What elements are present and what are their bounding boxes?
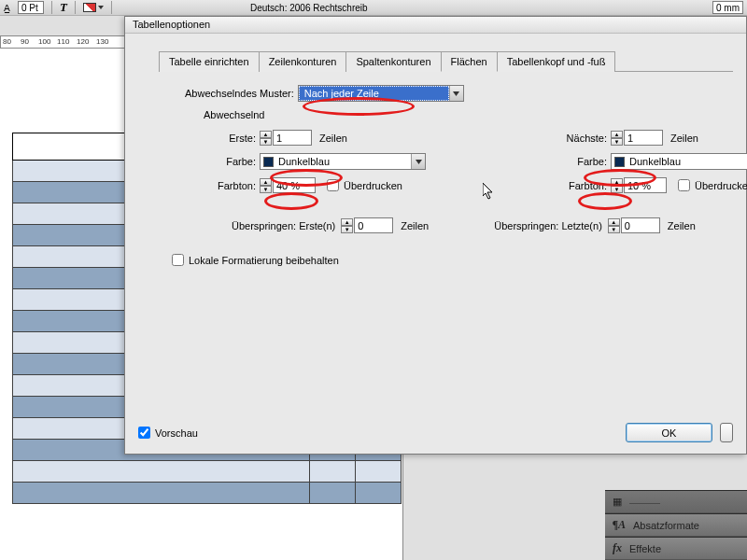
- table-row: [13, 461, 402, 483]
- dialog-title: Tabellenoptionen: [125, 17, 746, 34]
- erste-input[interactable]: [273, 130, 312, 146]
- farbe-dropdown-right[interactable]: Dunkelblau: [611, 153, 747, 170]
- skip-first-spinner[interactable]: ▲▼: [341, 218, 353, 233]
- farbton-spinner-left[interactable]: ▲▼: [260, 178, 272, 193]
- erste-label: Erste:: [159, 133, 260, 144]
- naechste-unit: Zeilen: [670, 133, 698, 144]
- cursor-icon: [483, 183, 496, 202]
- panel-absatzformate[interactable]: ¶AAbsatzformate: [605, 513, 747, 537]
- panel-item[interactable]: ▦―――: [605, 490, 747, 513]
- naechste-spinner[interactable]: ▲▼: [611, 131, 623, 146]
- svg-marker-0: [453, 91, 459, 96]
- tab-einrichten[interactable]: Tabelle einrichten: [159, 51, 260, 72]
- skip-first-unit: Zeilen: [401, 220, 429, 231]
- tab-kopf-fuss[interactable]: Tabellenkopf und -fuß: [497, 51, 616, 72]
- muster-label: Abwechselndes Muster:: [185, 88, 298, 99]
- farbe-label-left: Farbe:: [159, 156, 260, 167]
- app-toolbar: A̲ 0 Pt T Deutsch: 2006 Rechtschreib 0 m…: [0, 0, 747, 16]
- pt-field[interactable]: 0 Pt: [18, 1, 44, 14]
- svg-marker-3: [483, 183, 492, 199]
- erste-spinner[interactable]: ▲▼: [260, 131, 272, 146]
- ueberdrucken-left[interactable]: Überdrucken: [327, 179, 402, 191]
- skip-first-input[interactable]: [354, 217, 393, 233]
- tab-flaechen[interactable]: Flächen: [441, 51, 498, 72]
- skip-first-label: Überspringen: Erste(n): [232, 220, 335, 231]
- ueberdrucken-right[interactable]: Überdrucken: [678, 179, 747, 191]
- tab-zeilenkonturen[interactable]: Zeilenkonturen: [259, 51, 347, 72]
- chevron-down-icon: [449, 86, 463, 101]
- panel-effekte[interactable]: fxEffekte: [605, 537, 747, 560]
- color-swatch-icon: [263, 157, 274, 167]
- ok-button[interactable]: OK: [626, 423, 712, 442]
- italic-t-icon: T: [60, 0, 67, 15]
- table-row: [13, 483, 402, 504]
- farbton-input-right[interactable]: [624, 177, 667, 193]
- erste-unit: Zeilen: [319, 133, 347, 144]
- language-label: Deutsch: 2006 Rechtschreib: [250, 3, 368, 13]
- farbe-dropdown-left[interactable]: Dunkelblau: [260, 153, 426, 170]
- color-swatch-icon: [614, 157, 625, 167]
- farbton-input-left[interactable]: [273, 177, 316, 193]
- preview-checkbox[interactable]: Vorschau: [138, 427, 198, 439]
- naechste-label: Nächste:: [547, 133, 611, 144]
- farbe-label-right: Farbe:: [547, 156, 611, 167]
- cancel-button-partial[interactable]: [720, 423, 733, 442]
- side-panels: ▦――― ¶AAbsatzformate fxEffekte: [605, 490, 747, 560]
- tab-bar: Tabelle einrichten Zeilenkonturen Spalte…: [159, 50, 733, 72]
- chevron-down-icon: [411, 154, 425, 169]
- mm-field[interactable]: 0 mm: [712, 1, 743, 14]
- farbton-label-right: Farbton:: [547, 180, 611, 191]
- naechste-input[interactable]: [624, 130, 663, 146]
- skip-last-spinner[interactable]: ▲▼: [608, 218, 620, 233]
- color-swatch[interactable]: [83, 3, 104, 12]
- skip-last-input[interactable]: [621, 217, 660, 233]
- tab-spaltenkonturen[interactable]: Spaltenkonturen: [345, 51, 441, 72]
- fx-icon: fx: [613, 541, 622, 555]
- farbton-label-left: Farbton:: [159, 180, 260, 191]
- svg-marker-1: [416, 160, 422, 164]
- skip-last-unit: Zeilen: [668, 220, 696, 231]
- group-label: Abwechselnd: [204, 109, 733, 120]
- char-height-icon: A̲: [4, 3, 10, 13]
- table-icon: ▦: [613, 496, 622, 508]
- skip-last-label: Überspringen: Letzte(n): [494, 220, 602, 231]
- table-options-dialog: Tabellenoptionen Tabelle einrichten Zeil…: [124, 16, 747, 455]
- farbton-spinner-right[interactable]: ▲▼: [611, 178, 623, 193]
- keep-local-checkbox[interactable]: Lokale Formatierung beibehalten: [172, 254, 733, 266]
- paragraph-icon: ¶A: [613, 518, 626, 532]
- muster-dropdown[interactable]: Nach jeder Zeile: [298, 85, 464, 102]
